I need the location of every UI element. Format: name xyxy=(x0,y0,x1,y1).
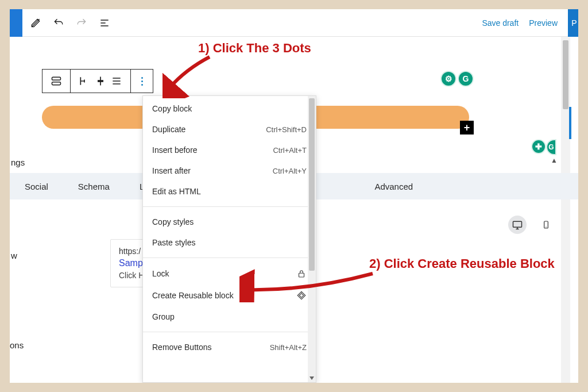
document-outline-icon[interactable] xyxy=(95,13,114,33)
block-type-icon[interactable] xyxy=(42,70,71,93)
add-block-button[interactable]: + xyxy=(460,121,474,134)
menu-create-reusable-block[interactable]: Create Reusable block xyxy=(143,285,316,306)
menu-edit-html[interactable]: Edit as HTML xyxy=(143,181,316,202)
mobile-preview-icon[interactable] xyxy=(537,216,555,234)
align-justify-icon xyxy=(111,75,122,87)
wp-logo-button[interactable] xyxy=(10,9,22,37)
redo-icon[interactable] xyxy=(72,13,91,33)
block-toolbar xyxy=(42,69,153,93)
align-center-icon xyxy=(95,75,106,87)
reusable-icon xyxy=(296,290,307,301)
publish-button[interactable]: P xyxy=(568,9,578,37)
assistant-badges-top: ⚙ G xyxy=(440,71,474,87)
yoast-badge-icon[interactable]: ⚙ xyxy=(440,71,457,87)
svg-rect-3 xyxy=(513,221,522,227)
tab-advanced[interactable]: Advanced xyxy=(374,182,413,191)
menu-lock[interactable]: Lock xyxy=(143,263,316,285)
annotation-step-2: 2) Click Create Reusable Block xyxy=(369,256,555,271)
left-truncated-text-1: w xyxy=(11,251,17,260)
menu-insert-after[interactable]: Insert afterCtrl+Alt+Y xyxy=(143,160,316,181)
block-options-menu: Copy block DuplicateCtrl+Shift+D Insert … xyxy=(142,95,316,383)
preview-button[interactable]: Preview xyxy=(529,18,558,28)
left-truncated-text-2: ons xyxy=(10,340,24,350)
menu-copy-block[interactable]: Copy block xyxy=(143,98,316,119)
block-more-options-button[interactable] xyxy=(131,70,153,93)
menu-scrollbar[interactable] xyxy=(308,96,316,382)
menu-paste-styles[interactable]: Paste styles xyxy=(143,232,316,253)
menu-remove-buttons[interactable]: Remove ButtonsShift+Alt+Z xyxy=(143,337,316,358)
menu-copy-styles[interactable]: Copy styles xyxy=(143,212,316,232)
tab-schema[interactable]: Schema xyxy=(78,182,110,191)
three-dots-icon xyxy=(141,77,143,86)
grammarly-badge-icon[interactable]: G xyxy=(458,71,474,87)
save-draft-button[interactable]: Save draft xyxy=(482,18,519,28)
menu-group[interactable]: Group xyxy=(143,306,316,327)
annotation-arrow-1 xyxy=(163,52,214,98)
svg-rect-0 xyxy=(52,77,61,80)
edit-icon[interactable] xyxy=(26,13,45,33)
annotation-step-1: 1) Click The 3 Dots xyxy=(198,41,311,56)
menu-insert-before[interactable]: Insert beforeCtrl+Alt+T xyxy=(143,140,316,160)
menu-scrollbar-thumb[interactable] xyxy=(309,98,315,271)
undo-icon[interactable] xyxy=(49,13,68,33)
align-left-icon xyxy=(79,75,90,87)
menu-duplicate[interactable]: DuplicateCtrl+Shift+D xyxy=(143,119,316,140)
alignment-group[interactable] xyxy=(71,70,131,93)
scroll-arrow-down-icon xyxy=(310,376,314,380)
scrollbar-thumb[interactable] xyxy=(563,40,568,109)
tab-social[interactable]: Social xyxy=(25,182,48,191)
svg-rect-2 xyxy=(299,273,304,277)
desktop-preview-icon[interactable] xyxy=(508,216,527,234)
sidebar-accent xyxy=(569,107,571,139)
lock-icon xyxy=(296,268,307,279)
editor-top-toolbar: Save draft Preview P xyxy=(10,9,578,37)
svg-rect-1 xyxy=(52,82,61,85)
